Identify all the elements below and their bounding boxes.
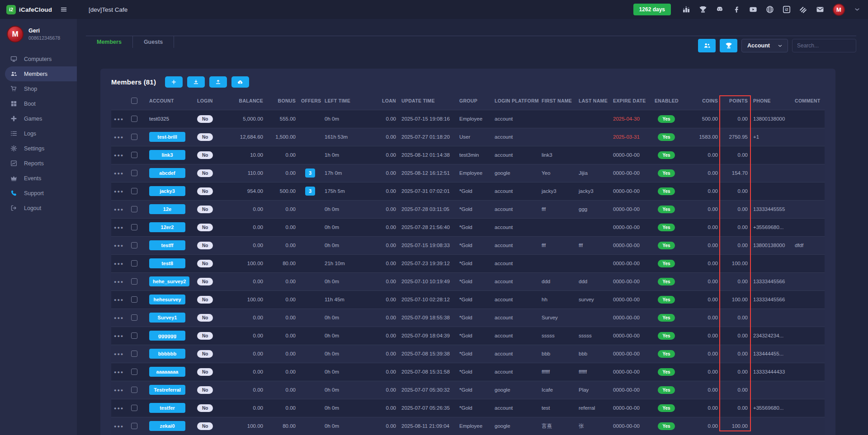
license-days-badge[interactable]: 1262 days	[633, 4, 671, 15]
row-actions-menu[interactable]: ●●●	[111, 164, 128, 182]
account-button[interactable]: Testreferral	[146, 381, 194, 399]
enabled-badge[interactable]: Yes	[652, 290, 681, 309]
row-checkbox[interactable]	[128, 146, 146, 164]
enabled-badge[interactable]: Yes	[652, 146, 681, 164]
export-button[interactable]	[209, 76, 227, 88]
row-actions-menu[interactable]: ●●●	[111, 417, 128, 435]
layers-icon[interactable]	[799, 5, 807, 14]
search-input[interactable]	[792, 39, 856, 52]
enabled-badge[interactable]: Yes	[652, 110, 681, 128]
offers-badge[interactable]: 3	[298, 182, 322, 200]
enabled-badge[interactable]: Yes	[652, 345, 681, 363]
row-checkbox[interactable]	[128, 218, 146, 236]
row-checkbox[interactable]	[128, 200, 146, 218]
account-button[interactable]: jacky3	[146, 182, 194, 200]
account-button[interactable]: testff	[146, 236, 194, 254]
account-button[interactable]: bbbbbb	[146, 345, 194, 363]
row-checkbox[interactable]	[128, 309, 146, 327]
enabled-badge[interactable]: Yes	[652, 381, 681, 399]
account-button[interactable]: link3	[146, 146, 194, 164]
offers-badge[interactable]: 3	[298, 164, 322, 182]
row-actions-menu[interactable]: ●●●	[111, 218, 128, 236]
col-header-balance[interactable]: BALANCE	[224, 92, 266, 110]
sidebar-item-logout[interactable]: Logout	[0, 201, 77, 215]
col-header-last_name[interactable]: LAST NAME	[576, 92, 610, 110]
enabled-badge[interactable]: Yes	[652, 182, 681, 200]
ranking-icon[interactable]	[682, 5, 690, 14]
enabled-badge[interactable]: Yes	[652, 236, 681, 254]
row-actions-menu[interactable]: ●●●	[111, 327, 128, 345]
sidebar-item-reports[interactable]: Reports	[0, 156, 77, 171]
row-actions-menu[interactable]: ●●●	[111, 110, 128, 128]
sidebar-item-members[interactable]: Members	[5, 66, 77, 81]
col-header-points[interactable]: POINTS	[721, 92, 750, 110]
account-button[interactable]: hehesurvey	[146, 290, 194, 309]
row-actions-menu[interactable]: ●●●	[111, 236, 128, 254]
account-button[interactable]: 12e	[146, 200, 194, 218]
enabled-badge[interactable]: Yes	[652, 128, 681, 146]
members-filter-button[interactable]	[698, 39, 716, 52]
cloud-sync-button[interactable]	[231, 76, 249, 88]
enabled-badge[interactable]: Yes	[652, 218, 681, 236]
discord-icon[interactable]	[716, 5, 724, 14]
col-header-login[interactable]: LOGIN	[194, 92, 224, 110]
row-actions-menu[interactable]: ●●●	[111, 200, 128, 218]
menu-toggle-icon[interactable]	[60, 6, 67, 13]
row-checkbox[interactable]	[128, 182, 146, 200]
col-header-bonus[interactable]: BONUS	[266, 92, 298, 110]
enabled-badge[interactable]: Yes	[652, 363, 681, 381]
row-checkbox[interactable]	[128, 254, 146, 272]
account-button[interactable]: Survey1	[146, 309, 194, 327]
row-actions-menu[interactable]: ●●●	[111, 272, 128, 290]
account-button[interactable]: hehe_survey2	[146, 272, 194, 290]
row-actions-menu[interactable]: ●●●	[111, 182, 128, 200]
col-header-update_time[interactable]: UPDATE TIME	[399, 92, 457, 110]
enabled-badge[interactable]: Yes	[652, 309, 681, 327]
row-actions-menu[interactable]: ●●●	[111, 381, 128, 399]
row-checkbox[interactable]	[128, 128, 146, 146]
mail-icon[interactable]	[816, 5, 824, 14]
select-all-checkbox[interactable]	[131, 98, 137, 104]
col-header-platform[interactable]: LOGIN PLATFORM	[492, 92, 539, 110]
col-header-expire[interactable]: EXPIRE DATE	[610, 92, 652, 110]
tab-members[interactable]: Members	[86, 36, 133, 48]
row-checkbox[interactable]	[128, 381, 146, 399]
sidebar-item-support[interactable]: Support	[0, 186, 77, 201]
row-actions-menu[interactable]: ●●●	[111, 399, 128, 417]
facebook-icon[interactable]	[732, 5, 741, 14]
import-button[interactable]	[187, 76, 205, 88]
enabled-badge[interactable]: Yes	[652, 254, 681, 272]
col-header-phone[interactable]: PHONE	[750, 92, 792, 110]
col-header-check[interactable]	[128, 92, 146, 110]
row-checkbox[interactable]	[128, 290, 146, 309]
col-header-account[interactable]: ACCOUNT	[146, 92, 194, 110]
enabled-badge[interactable]: Yes	[652, 164, 681, 182]
globe-icon[interactable]	[766, 5, 774, 14]
row-checkbox[interactable]	[128, 327, 146, 345]
icafe-icon[interactable]: i2	[783, 5, 791, 14]
col-header-left_time[interactable]: LEFT TIME	[322, 92, 373, 110]
enabled-badge[interactable]: Yes	[652, 200, 681, 218]
col-header-offers[interactable]: OFFERS	[298, 92, 322, 110]
row-actions-menu[interactable]: ●●●	[111, 309, 128, 327]
account-button[interactable]: zekai0	[146, 417, 194, 435]
row-actions-menu[interactable]: ●●●	[111, 254, 128, 272]
row-checkbox[interactable]	[128, 417, 146, 435]
account-button[interactable]: abcdef	[146, 164, 194, 182]
account-button[interactable]: test8	[146, 254, 194, 272]
col-header-comment[interactable]: COMMENT	[792, 92, 825, 110]
row-actions-menu[interactable]: ●●●	[111, 363, 128, 381]
col-header-enabled[interactable]: ENABLED	[652, 92, 681, 110]
row-actions-menu[interactable]: ●●●	[111, 146, 128, 164]
sidebar-item-logs[interactable]: Logs	[0, 126, 77, 141]
account-button[interactable]: testfer	[146, 399, 194, 417]
enabled-badge[interactable]: Yes	[652, 399, 681, 417]
chevron-down-icon[interactable]	[854, 6, 861, 13]
row-checkbox[interactable]	[128, 164, 146, 182]
enabled-badge[interactable]: Yes	[652, 417, 681, 435]
user-avatar-sidebar[interactable]: M	[7, 26, 24, 42]
sidebar-item-games[interactable]: Games	[0, 111, 77, 126]
row-actions-menu[interactable]: ●●●	[111, 290, 128, 309]
tab-guests[interactable]: Guests	[133, 36, 174, 48]
row-checkbox[interactable]	[128, 363, 146, 381]
